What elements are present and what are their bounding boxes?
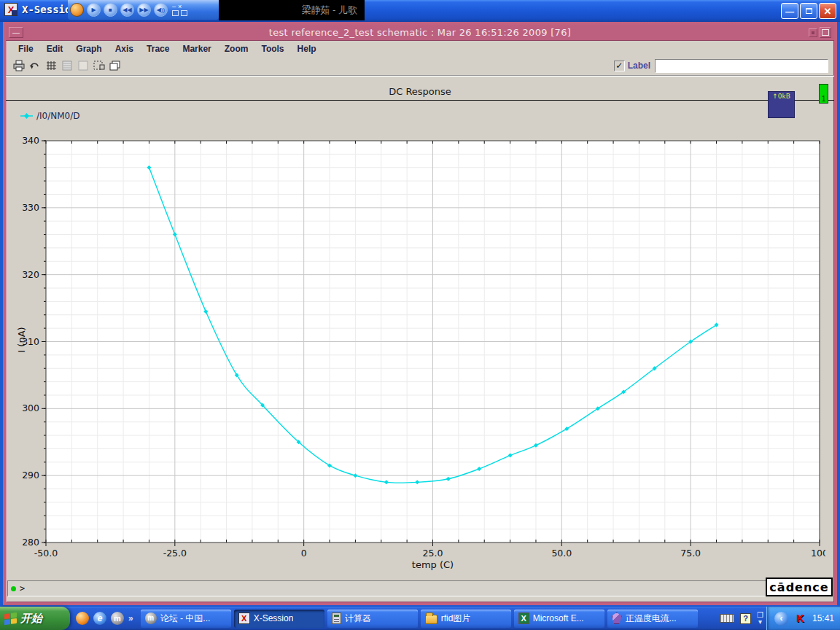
song-title: 梁静茹 - 儿歌 <box>301 4 357 17</box>
window-arrow-icon[interactable]: ❐▾ <box>757 612 763 625</box>
player-minimize-icon[interactable]: – <box>172 4 176 9</box>
cadence-logo: cādence <box>766 578 833 596</box>
task-calculator[interactable]: 计算器 <box>327 610 418 628</box>
excel-icon <box>518 612 529 624</box>
net-speed-text: ↑0kB <box>772 93 790 100</box>
taskbar: 开始 e m » m 论坛 - 中国... X X-Session 计算器 rf… <box>0 607 840 630</box>
grid-icon[interactable] <box>44 59 58 72</box>
menubar: File Edit Graph Axis Trace Marker Zoom T… <box>6 41 834 56</box>
mini-player[interactable]: ▶ ■ ◀◀ ▶▶ ◀)) –× <box>68 0 219 20</box>
task-forum[interactable]: m 论坛 - 中国... <box>141 610 231 628</box>
window-maximize-button[interactable] <box>820 27 831 38</box>
plot-area[interactable]: -50.0-25.0025.050.075.010028029030031032… <box>15 135 825 572</box>
folder-icon <box>425 615 438 624</box>
calculator-icon <box>332 612 341 624</box>
close-button[interactable]: ✕ <box>819 3 836 19</box>
task-rfid-folder[interactable]: rfid图片 <box>421 610 511 628</box>
svg-text:25.0: 25.0 <box>423 548 443 559</box>
xsession-icon: X <box>238 612 250 624</box>
status-dot-icon <box>11 586 16 591</box>
svg-text:290: 290 <box>22 470 39 481</box>
label-checkbox-label: Label <box>628 61 650 71</box>
volume-icon[interactable]: ◀)) <box>154 3 168 17</box>
legend-trace-name: /I0/NM0/D <box>36 111 80 121</box>
menu-axis[interactable]: Axis <box>109 42 140 55</box>
menu-edit[interactable]: Edit <box>40 42 70 55</box>
svg-text:50.0: 50.0 <box>551 548 572 559</box>
menu-tools[interactable]: Tools <box>254 42 290 55</box>
svg-text:320: 320 <box>22 269 39 280</box>
start-label: 开始 <box>20 612 42 626</box>
prev-icon[interactable]: ◀◀ <box>120 3 134 17</box>
dc-response-plot[interactable]: -50.0-25.0025.050.075.010028029030031032… <box>15 135 825 572</box>
undo-icon[interactable] <box>28 59 42 72</box>
song-display: 梁静茹 - 儿歌 <box>219 0 365 20</box>
play-icon[interactable]: ▶ <box>87 3 101 17</box>
xsession-icon: X <box>4 3 18 16</box>
pen-icon <box>612 612 622 624</box>
svg-text:temp (C): temp (C) <box>412 559 454 570</box>
restore-button[interactable] <box>800 3 817 19</box>
player-close-icon[interactable]: × <box>178 4 182 9</box>
svg-text:-50.0: -50.0 <box>34 548 58 559</box>
copy-window-icon[interactable] <box>108 59 122 72</box>
menu-zoom[interactable]: Zoom <box>218 42 255 55</box>
stop-icon[interactable]: ■ <box>104 3 117 17</box>
svg-text:330: 330 <box>22 202 39 213</box>
svg-text:-25.0: -25.0 <box>163 548 187 559</box>
list-icon[interactable] <box>60 59 74 72</box>
svg-text:75.0: 75.0 <box>680 548 701 559</box>
task-document[interactable]: 正温度电流... <box>607 610 698 628</box>
help-icon[interactable]: ? <box>740 613 751 624</box>
window-iconify-button[interactable] <box>809 28 817 37</box>
maxthon-icon: m <box>145 612 157 624</box>
menu-help[interactable]: Help <box>291 42 323 55</box>
xp-title-left: X X-Session <box>4 3 77 16</box>
menu-graph[interactable]: Graph <box>69 42 108 55</box>
legend[interactable]: /I0/NM0/D <box>20 111 80 121</box>
label-input[interactable] <box>655 59 828 73</box>
label-checkbox[interactable]: ✓ <box>614 61 625 71</box>
title-rule <box>6 100 834 101</box>
chevron-more-icon[interactable]: » <box>128 613 133 623</box>
svg-text:300: 300 <box>22 402 39 413</box>
printer-icon[interactable] <box>12 59 26 72</box>
sheet-icon[interactable] <box>76 59 90 72</box>
kaspersky-icon[interactable]: K <box>794 612 806 625</box>
task-xsession[interactable]: X X-Session <box>234 610 324 628</box>
window-menu-button[interactable]: — <box>9 27 23 38</box>
orange-ball-icon[interactable] <box>76 612 89 625</box>
window-titlebar[interactable]: — test reference_2_test schematic : Mar … <box>6 25 834 41</box>
task-excel[interactable]: Microsoft E... <box>514 610 604 628</box>
windows-flag-icon <box>4 612 17 624</box>
status-command-bar[interactable]: > <box>7 580 830 596</box>
menu-marker[interactable]: Marker <box>176 42 217 55</box>
tray-panel: ‹ K 15:41 <box>766 607 840 630</box>
graph-title: DC Response <box>6 86 834 97</box>
svg-text:100: 100 <box>811 548 825 559</box>
player-logo-icon[interactable] <box>70 3 84 17</box>
keyboard-icon[interactable] <box>720 614 734 623</box>
ie-icon[interactable]: e <box>93 612 106 625</box>
legend-marker-icon <box>20 112 33 120</box>
svg-text:280: 280 <box>22 537 39 548</box>
badge-overlay: 1 <box>819 84 828 104</box>
xp-titlebar: X X-Session ▶ ■ ◀◀ ▶▶ ◀)) –× 梁静茹 - 儿歌 — … <box>0 0 840 22</box>
svg-text:I (nA): I (nA) <box>16 327 27 352</box>
menu-trace[interactable]: Trace <box>140 42 176 55</box>
maxthon-icon[interactable]: m <box>111 612 124 625</box>
next-icon[interactable]: ▶▶ <box>137 3 151 17</box>
language-sphere-icon[interactable]: ‹ <box>774 612 788 626</box>
toolbar: ✓ Label <box>6 56 834 76</box>
selection-box-icon[interactable] <box>92 59 106 72</box>
player-mode-icon[interactable] <box>172 10 179 16</box>
svg-text:0: 0 <box>301 548 307 559</box>
tray-clock[interactable]: 15:41 <box>812 613 834 623</box>
minimize-button[interactable]: — <box>781 3 798 19</box>
start-button[interactable]: 开始 <box>0 607 70 630</box>
badge-text: 1 <box>821 94 825 103</box>
menu-file[interactable]: File <box>12 42 40 55</box>
quick-launch: e m » <box>70 612 139 625</box>
player-list-icon[interactable] <box>181 10 187 16</box>
window-title: test reference_2_test schematic : Mar 26… <box>6 27 834 38</box>
